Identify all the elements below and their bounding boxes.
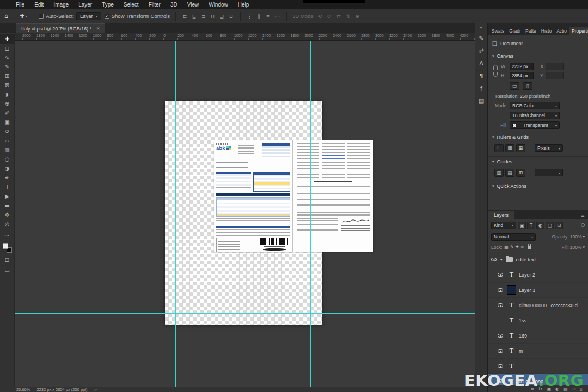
3d-orbit-icon[interactable]: ⟲ xyxy=(317,14,324,19)
edit-toolbar-icon[interactable]: ⋯ xyxy=(0,231,15,240)
panel-tab[interactable]: Gradi xyxy=(507,27,523,35)
history-brush-tool[interactable]: ↺ xyxy=(0,127,15,136)
layer-name[interactable]: 169 xyxy=(519,333,527,339)
3d-pan-icon[interactable]: ⇄ xyxy=(335,14,342,19)
layer-row[interactable]: ▾ cilta0000000...ccccccc<0 d xyxy=(488,298,588,313)
menu-item[interactable]: 3D xyxy=(166,0,182,9)
lock-artboard-icon[interactable]: ⊞ xyxy=(520,244,524,249)
quick-selection-tool[interactable]: ✎ xyxy=(0,62,15,71)
marquee-tool[interactable]: ◻ xyxy=(0,44,15,53)
zoom-level[interactable]: 20.66% xyxy=(16,387,30,392)
units-dropdown[interactable]: Pixels▾ xyxy=(535,144,563,152)
more-options-icon[interactable]: ⋯ xyxy=(275,13,281,20)
foreground-color-swatch[interactable] xyxy=(3,243,8,249)
brush-tool[interactable]: ✐ xyxy=(0,108,15,118)
bank-statement-page[interactable]: abk xyxy=(214,140,293,252)
layer-row[interactable]: ▾ m xyxy=(488,344,588,359)
type-tool[interactable]: T xyxy=(0,182,15,192)
ruler-toggle-icon[interactable]: ∟ xyxy=(494,144,504,152)
visibility-eye-icon[interactable] xyxy=(498,364,503,368)
distribute-vertical-icon[interactable]: ⋮ xyxy=(246,14,253,19)
lock-all-icon[interactable] xyxy=(528,246,531,249)
guides-section-header[interactable]: ▾Guides xyxy=(488,156,588,166)
gradient-tool[interactable]: ▨ xyxy=(0,145,15,155)
align-right-icon[interactable]: ⊐ xyxy=(200,14,207,19)
move-tool[interactable]: ✚ xyxy=(0,34,15,44)
screen-mode-icon[interactable]: ▭ xyxy=(0,266,15,274)
frame-tool[interactable]: ⊠ xyxy=(0,81,15,90)
pen-tool[interactable]: ✒ xyxy=(0,173,15,182)
auto-select-checkbox[interactable] xyxy=(39,14,44,19)
3d-slide-icon[interactable]: ⇅ xyxy=(345,14,352,19)
portrait-orientation-icon[interactable]: ▯ xyxy=(523,82,532,90)
healing-brush-tool[interactable]: ⊕ xyxy=(0,99,15,108)
3d-roll-icon[interactable]: ⟳ xyxy=(326,14,333,19)
guide-horizontal-icon[interactable]: ▤ xyxy=(505,169,514,177)
blend-mode-dropdown[interactable]: Normal▾ xyxy=(491,233,536,241)
visibility-eye-icon[interactable] xyxy=(498,273,503,277)
layer-name[interactable]: cilta0000000...ccccccc<0 d xyxy=(519,303,578,308)
edit-panel-icon[interactable]: ✎ xyxy=(476,33,487,44)
quick-mask-icon[interactable]: ◻ xyxy=(0,255,15,264)
menu-item[interactable]: Edit xyxy=(29,0,48,9)
expand-panels-icon[interactable]: « xyxy=(480,25,483,30)
visibility-eye-icon[interactable] xyxy=(498,303,503,307)
blur-tool[interactable]: ○ xyxy=(0,155,15,164)
panel-menu-icon[interactable]: ≡ xyxy=(580,213,585,219)
align-bottom-icon[interactable]: ⊔ xyxy=(228,14,235,19)
filter-adjustment-layers-icon[interactable]: ◐ xyxy=(536,222,544,229)
filter-toggle-icon[interactable] xyxy=(581,223,585,227)
height-field[interactable]: 2854 px xyxy=(510,72,534,79)
menu-item[interactable]: Image xyxy=(48,0,74,9)
horizontal-ruler[interactable]: 2000180016001400120010008006004002000200… xyxy=(15,33,475,41)
menu-item[interactable]: Filter xyxy=(144,0,166,9)
guide-style-dropdown[interactable]: ▾ xyxy=(535,169,563,176)
path-selection-tool[interactable]: ▶ xyxy=(0,192,15,201)
opacity-value[interactable]: 100% xyxy=(570,234,582,240)
show-transform-checkbox[interactable]: ✓ xyxy=(105,14,109,19)
layer-row[interactable]: ▾ Layer 3 xyxy=(488,283,588,298)
menu-item[interactable]: Select xyxy=(119,0,144,9)
guide-vertical-icon[interactable]: ▥ xyxy=(494,169,504,177)
paragraph-panel-icon[interactable]: ¶ xyxy=(476,70,487,81)
menu-item[interactable]: Layer xyxy=(74,0,97,9)
arrange-panel-icon[interactable]: ⇄ xyxy=(476,45,487,56)
horizontal-guide[interactable] xyxy=(15,313,475,314)
current-tool-icon[interactable]: ✚▾ xyxy=(20,13,27,20)
panel-tab[interactable]: Actio xyxy=(554,27,569,35)
quick-actions-section-header[interactable]: ▾Quick Actions xyxy=(488,181,588,191)
menu-item[interactable]: View xyxy=(182,0,204,9)
hand-tool[interactable]: ✥ xyxy=(0,210,15,219)
terms-text-page[interactable] xyxy=(293,140,373,252)
home-icon[interactable]: ⌂ xyxy=(4,13,8,20)
eyedropper-tool[interactable]: ◗ xyxy=(0,90,15,99)
crop-tool[interactable]: ⊞ xyxy=(0,71,15,81)
width-field[interactable]: 2232 px xyxy=(510,63,534,70)
lock-pixels-icon[interactable]: ✎ xyxy=(510,244,514,249)
align-top-icon[interactable]: ⊓ xyxy=(209,14,216,19)
layer-thumbnail[interactable] xyxy=(507,316,516,325)
layers-panel-tab[interactable]: Layers xyxy=(488,211,514,219)
landscape-orientation-icon[interactable]: ▭ xyxy=(510,82,519,90)
filter-shape-layers-icon[interactable]: ▢ xyxy=(546,222,554,229)
panel-tab[interactable]: Patte xyxy=(523,27,538,35)
distribute-horizontal-icon[interactable]: ∥ xyxy=(255,14,262,19)
align-left-icon[interactable]: ⊏ xyxy=(181,14,188,19)
visibility-eye-icon[interactable] xyxy=(498,349,503,353)
visibility-eye-icon[interactable] xyxy=(498,288,503,292)
close-tab-icon[interactable]: × xyxy=(96,26,100,32)
layer-thumbnail[interactable] xyxy=(507,301,516,310)
eraser-tool[interactable]: ▱ xyxy=(0,136,15,145)
visibility-eye-icon[interactable] xyxy=(498,334,503,338)
rulers-grids-section-header[interactable]: ▾Rulers & Grids xyxy=(488,132,588,142)
color-swatches[interactable] xyxy=(3,243,12,253)
layer-thumbnail[interactable] xyxy=(507,285,516,295)
bit-depth-dropdown[interactable]: 16 Bits/Channel▾ xyxy=(510,112,560,119)
document-tab[interactable]: Italy id.psd @ 20.7% (RGB/16) * × xyxy=(16,23,105,33)
lasso-tool[interactable]: ∿ xyxy=(0,53,15,62)
fill-value[interactable]: 100% xyxy=(570,244,582,250)
align-center-h-icon[interactable]: ⊑ xyxy=(191,14,198,19)
panel-tab[interactable]: Properties xyxy=(569,27,588,35)
status-options-icon[interactable]: > xyxy=(94,388,97,392)
horizontal-guide[interactable] xyxy=(15,115,475,115)
